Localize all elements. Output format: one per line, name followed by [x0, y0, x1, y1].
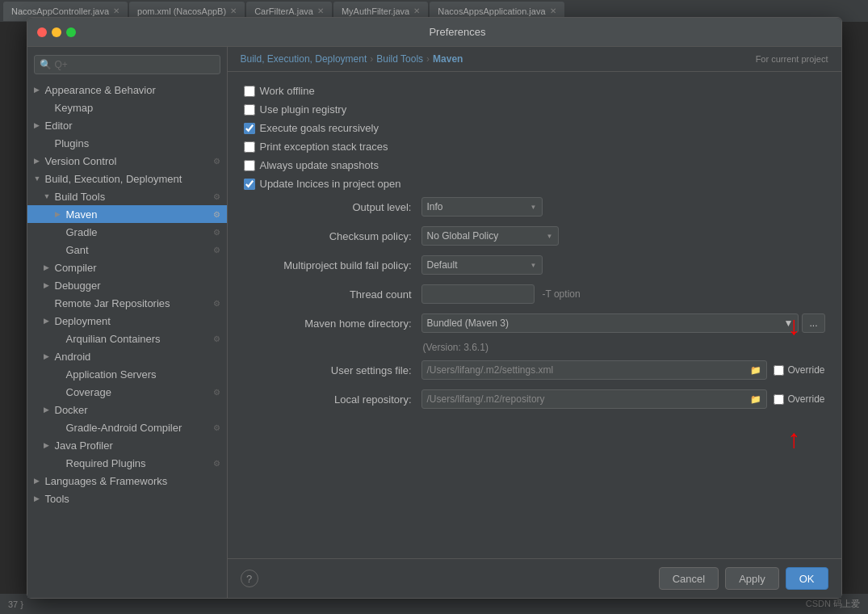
sidebar-item-tools[interactable]: ▶ Tools: [27, 490, 227, 507]
sidebar-item-languages-frameworks[interactable]: ▶ Languages & Frameworks: [27, 472, 227, 490]
breadcrumb-maven[interactable]: Maven: [433, 53, 463, 65]
user-settings-override-checkbox[interactable]: [774, 365, 784, 376]
work-offline-checkbox[interactable]: [244, 86, 255, 97]
sidebar-item-build-tools[interactable]: ▼ Build Tools ⚙: [27, 187, 227, 205]
multiproject-row: Multiproject build fail policy: Default …: [244, 254, 825, 275]
expand-arrow-icon: ▶: [34, 157, 45, 165]
cancel-button[interactable]: Cancel: [659, 567, 719, 590]
output-level-select[interactable]: Info ▼: [421, 197, 543, 217]
settings-icon: ⚙: [213, 334, 220, 343]
form-area: Work offline Use plugin registry Execute…: [228, 72, 841, 558]
sidebar-item-compiler[interactable]: ▶ Compiler: [27, 259, 227, 276]
sidebar-item-required-plugins[interactable]: Required Plugins ⚙: [27, 454, 227, 472]
sidebar-item-editor[interactable]: ▶ Editor: [27, 116, 227, 134]
for-project-label: For current project: [756, 54, 828, 64]
expand-arrow-icon: ▶: [34, 477, 45, 485]
sidebar-item-maven[interactable]: ▶ Maven ⚙: [27, 205, 227, 223]
settings-icon: ⚙: [213, 157, 220, 166]
sidebar-item-java-profiler[interactable]: ▶ Java Profiler: [27, 436, 227, 454]
settings-icon: ⚙: [213, 388, 220, 397]
apply-button[interactable]: Apply: [725, 567, 779, 590]
search-icon: 🔍: [40, 59, 52, 70]
close-icon[interactable]: ✕: [413, 6, 420, 15]
user-settings-path[interactable]: /Users/lifang/.m2/settings.xml 📁: [421, 360, 768, 380]
sidebar-item-label: Keymap: [55, 102, 220, 114]
expand-arrow-icon: ▶: [44, 263, 55, 271]
tab-label: MyAuthFilter.java: [342, 6, 409, 16]
thread-count-input[interactable]: [421, 284, 535, 304]
user-settings-value: /Users/lifang/.m2/settings.xml: [427, 364, 554, 376]
sidebar-item-label: Gradle-Android Compiler: [66, 422, 213, 434]
sidebar-item-label: Java Profiler: [55, 439, 220, 452]
maven-home-browse-button[interactable]: ...: [802, 313, 824, 333]
breadcrumb-build-tools[interactable]: Build Tools: [376, 53, 423, 65]
sidebar-item-plugins[interactable]: Plugins: [27, 134, 227, 152]
close-icon[interactable]: ✕: [550, 6, 556, 15]
chevron-down-icon: ▼: [530, 262, 537, 269]
output-level-label: Output level:: [244, 201, 421, 213]
sidebar-item-debugger[interactable]: ▶ Debugger: [27, 276, 227, 294]
sidebar-item-label: Plugins: [55, 137, 220, 149]
sidebar-item-coverage[interactable]: Coverage ⚙: [27, 383, 227, 401]
expand-arrow-icon: ▶: [34, 494, 45, 503]
work-offline-label: Work offline: [260, 85, 315, 97]
help-button[interactable]: ?: [241, 570, 258, 587]
sidebar-item-label: Gradle: [66, 226, 213, 238]
settings-icon: ⚙: [213, 192, 220, 201]
dialog-body: 🔍 Q+ ▶ Appearance & Behavior Keymap ▶: [27, 47, 841, 598]
sidebar-item-gradle[interactable]: Gradle ⚙: [27, 223, 227, 241]
sidebar-item-gradle-android[interactable]: Gradle-Android Compiler ⚙: [27, 418, 227, 436]
sidebar-item-build-exec-deploy[interactable]: ▼ Build, Execution, Deployment: [27, 170, 227, 187]
thread-count-row: Thread count -T option: [244, 284, 825, 305]
update-indices-checkbox[interactable]: [244, 179, 255, 190]
local-repository-label: Local repository:: [244, 393, 421, 406]
execute-goals-checkbox[interactable]: [244, 123, 255, 134]
sidebar-item-application-servers[interactable]: Application Servers: [27, 365, 227, 383]
bottom-bar-right-text: CSDN 码上爱: [806, 598, 860, 610]
sidebar-item-deployment[interactable]: ▶ Deployment: [27, 312, 227, 330]
sidebar-item-label: Arquilian Containers: [66, 333, 213, 345]
sidebar-item-remote-jar[interactable]: Remote Jar Repositories ⚙: [27, 294, 227, 312]
always-update-checkbox[interactable]: [244, 160, 255, 171]
print-exception-checkbox[interactable]: [244, 141, 255, 153]
local-repository-override-checkbox[interactable]: [774, 394, 784, 405]
annotation-arrow-2: ↑: [788, 424, 801, 454]
update-indices-label: Update Incices in project open: [260, 178, 401, 190]
tab-label: pom.xml (NacosAppB): [137, 6, 226, 16]
close-icon[interactable]: ✕: [230, 6, 237, 15]
sidebar-item-keymap[interactable]: Keymap: [27, 99, 227, 116]
sidebar-item-label: Docker: [55, 404, 220, 416]
execute-goals-row: Execute goals recursively: [244, 122, 825, 134]
dialog-footer: ? Cancel Apply OK: [228, 558, 841, 598]
sidebar-item-version-control[interactable]: ▶ Version Control ⚙: [27, 152, 227, 170]
annotation-arrow-1: ↓: [788, 311, 801, 341]
maven-home-select[interactable]: Bundled (Maven 3) ▼: [421, 313, 799, 333]
minimize-button[interactable]: [52, 27, 61, 37]
settings-icon: ⚙: [213, 246, 220, 254]
expand-arrow-icon: ▶: [34, 121, 45, 129]
close-icon[interactable]: ✕: [113, 6, 120, 15]
maximize-button[interactable]: [66, 27, 76, 37]
breadcrumb-build-exec[interactable]: Build, Execution, Deployment: [241, 53, 367, 65]
sidebar-item-label: Maven: [66, 208, 213, 221]
checksum-policy-select[interactable]: No Global Policy ▼: [421, 226, 559, 246]
always-update-label: Always update snapshots: [260, 159, 379, 171]
local-repository-value: /Users/lifang/.m2/repository: [427, 393, 545, 405]
search-box[interactable]: 🔍 Q+: [34, 55, 220, 74]
use-plugin-registry-checkbox[interactable]: [244, 104, 255, 116]
sidebar-item-arquilian[interactable]: Arquilian Containers ⚙: [27, 330, 227, 347]
close-icon[interactable]: ✕: [317, 6, 324, 15]
sidebar-item-appearance[interactable]: ▶ Appearance & Behavior: [27, 81, 227, 99]
checksum-policy-label: Checksum policy:: [244, 230, 421, 242]
sidebar-item-gant[interactable]: Gant ⚙: [27, 241, 227, 259]
sidebar-item-android[interactable]: ▶ Android: [27, 347, 227, 365]
local-repository-path[interactable]: /Users/lifang/.m2/repository 📁: [421, 389, 768, 409]
sidebar-item-label: Compiler: [55, 262, 220, 274]
tab-label: NacosAppsApplication.java: [438, 6, 545, 16]
dialog-titlebar: Preferences: [27, 18, 841, 47]
close-button[interactable]: [37, 27, 47, 37]
multiproject-select[interactable]: Default ▼: [421, 255, 543, 275]
sidebar-item-docker[interactable]: ▶ Docker: [27, 401, 227, 418]
sidebar: 🔍 Q+ ▶ Appearance & Behavior Keymap ▶: [27, 47, 228, 598]
ok-button[interactable]: OK: [786, 567, 828, 590]
